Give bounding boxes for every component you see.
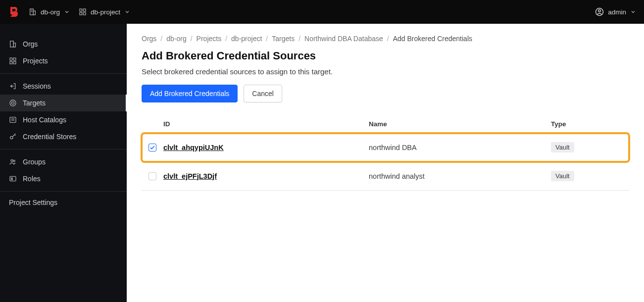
user-menu[interactable]: admin <box>595 7 636 16</box>
breadcrumb-item[interactable]: db-project <box>231 35 262 43</box>
svg-rect-13 <box>13 58 16 60</box>
credential-type-cell: Vault <box>551 171 622 181</box>
svg-rect-12 <box>10 58 12 60</box>
sidebar-item-label: Sessions <box>23 82 51 90</box>
svg-point-22 <box>10 136 13 139</box>
sidebar-group-iam: Groups Roles <box>0 150 127 192</box>
main-content: Orgs/db-org/Projects/db-project/Targets/… <box>127 24 644 302</box>
sidebar-item-label: Groups <box>23 158 46 166</box>
org-scope-label: db-org <box>41 8 60 16</box>
svg-point-24 <box>13 160 15 161</box>
col-header-id: ID <box>149 120 369 128</box>
breadcrumb-item[interactable]: db-org <box>166 35 186 43</box>
svg-point-18 <box>11 101 14 104</box>
table-row: clvlt_ejPFjL3Djfnorthwind analystVault <box>142 162 629 191</box>
svg-rect-11 <box>13 43 15 47</box>
breadcrumb-item: Add Brokered Credentials <box>393 35 472 43</box>
users-icon <box>9 158 17 166</box>
user-circle-icon <box>595 7 604 16</box>
sidebar: Orgs Projects Sessions Targets Host Cata… <box>0 24 127 302</box>
sidebar-item-label: Roles <box>23 175 41 183</box>
breadcrumb-item[interactable]: Northwind DBA Database <box>304 35 383 43</box>
cancel-button[interactable]: Cancel <box>244 85 282 102</box>
grid-icon <box>9 57 17 65</box>
action-bar: Add Brokered Credentials Cancel <box>142 85 629 102</box>
breadcrumb-separator: / <box>225 35 227 43</box>
breadcrumb-item[interactable]: Projects <box>197 35 222 43</box>
sidebar-item-label: Host Catalogs <box>23 116 66 124</box>
topbar-left: db-org db-project <box>8 6 130 18</box>
sidebar-item-sessions[interactable]: Sessions <box>0 78 127 95</box>
sidebar-item-label: Targets <box>23 99 46 107</box>
sidebar-group-scope: Orgs Projects <box>0 24 127 74</box>
svg-point-26 <box>11 178 13 179</box>
sidebar-project-settings[interactable]: Project Settings <box>0 192 127 213</box>
svg-rect-15 <box>13 61 16 64</box>
svg-point-23 <box>11 159 13 161</box>
project-scope-selector[interactable]: db-project <box>79 8 130 16</box>
credentials-table: ID Name Type clvlt_ahqypiUJnKnorthwind D… <box>142 115 629 191</box>
project-scope-label: db-project <box>91 8 120 16</box>
breadcrumb-item[interactable]: Orgs <box>142 35 156 43</box>
svg-rect-6 <box>80 12 82 15</box>
sidebar-item-credential-stores[interactable]: Credential Stores <box>0 128 127 145</box>
type-badge: Vault <box>551 171 574 181</box>
table-header: ID Name Type <box>142 115 629 133</box>
type-badge: Vault <box>551 142 574 152</box>
row-checkbox[interactable] <box>149 144 156 151</box>
svg-rect-14 <box>10 61 12 64</box>
sidebar-item-label: Credential Stores <box>23 133 76 141</box>
chevron-down-icon <box>630 9 636 15</box>
breadcrumb-separator: / <box>387 35 389 43</box>
chevron-down-icon <box>124 9 130 15</box>
sidebar-item-projects[interactable]: Projects <box>0 52 127 69</box>
org-scope-selector[interactable]: db-org <box>29 8 70 16</box>
svg-rect-5 <box>83 9 86 11</box>
list-icon <box>9 116 17 124</box>
sidebar-item-label: Orgs <box>23 40 38 48</box>
breadcrumb-separator: / <box>160 35 162 43</box>
id-icon <box>9 175 17 183</box>
page-subtitle: Select brokered credential sources to as… <box>142 67 629 76</box>
col-header-name: Name <box>369 120 551 128</box>
credential-id-link[interactable]: clvlt_ejPFjL3Djf <box>163 172 217 180</box>
chevron-down-icon <box>64 9 70 15</box>
user-label: admin <box>608 8 626 16</box>
table-row: clvlt_ahqypiUJnKnorthwind DBAVault <box>142 133 629 162</box>
topbar: db-org db-project admin <box>0 0 644 24</box>
sidebar-item-groups[interactable]: Groups <box>0 153 127 170</box>
svg-rect-1 <box>33 11 35 15</box>
building-icon <box>29 8 37 16</box>
breadcrumb: Orgs/db-org/Projects/db-project/Targets/… <box>142 35 629 43</box>
sidebar-item-orgs[interactable]: Orgs <box>0 36 127 52</box>
svg-rect-7 <box>83 12 86 15</box>
sidebar-group-resources: Sessions Targets Host Catalogs Credentia… <box>0 74 127 150</box>
app-logo[interactable] <box>8 6 20 18</box>
credential-name: northwind analyst <box>369 172 551 180</box>
target-icon <box>9 99 17 107</box>
breadcrumb-separator: / <box>266 35 268 43</box>
svg-rect-10 <box>10 41 14 47</box>
row-checkbox[interactable] <box>149 172 156 180</box>
exit-icon <box>9 82 17 90</box>
breadcrumb-separator: / <box>298 35 300 43</box>
page-title: Add Brokered Credential Sources <box>142 50 629 62</box>
sidebar-settings-label: Project Settings <box>9 199 57 206</box>
grid-icon <box>79 8 87 16</box>
building-icon <box>9 40 17 48</box>
credential-id-link[interactable]: clvlt_ahqypiUJnK <box>163 144 224 151</box>
sidebar-item-targets[interactable]: Targets <box>0 95 127 111</box>
svg-rect-4 <box>80 9 82 11</box>
sidebar-item-label: Projects <box>23 57 48 65</box>
col-header-type: Type <box>551 120 622 128</box>
add-brokered-credentials-button[interactable]: Add Brokered Credentials <box>142 85 238 102</box>
breadcrumb-item[interactable]: Targets <box>272 35 295 43</box>
sidebar-item-roles[interactable]: Roles <box>0 170 127 187</box>
sidebar-item-host-catalogs[interactable]: Host Catalogs <box>0 111 127 128</box>
credential-name: northwind DBA <box>369 144 551 151</box>
svg-point-9 <box>598 10 601 12</box>
credential-type-cell: Vault <box>551 142 622 152</box>
breadcrumb-separator: / <box>191 35 193 43</box>
svg-rect-25 <box>10 176 16 181</box>
key-icon <box>9 133 17 141</box>
